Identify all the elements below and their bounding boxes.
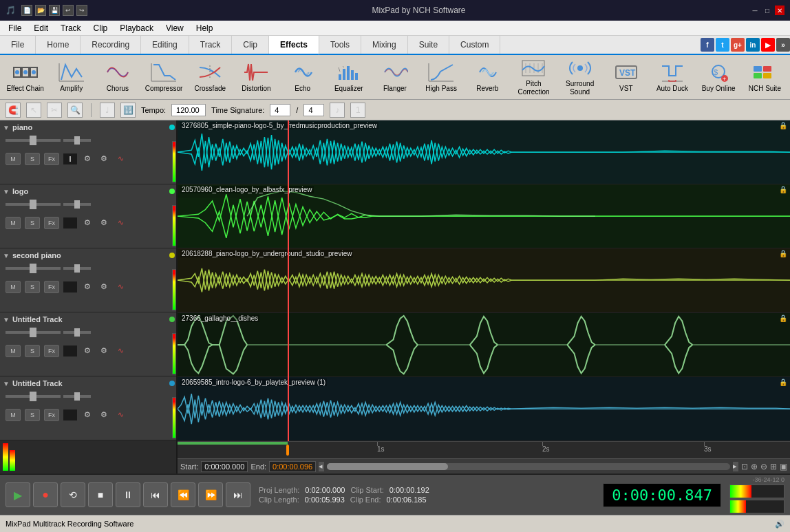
counter-icon[interactable]: 🔢 <box>120 103 136 118</box>
track-pan-untitled-2[interactable] <box>63 395 91 398</box>
new-icon[interactable]: 📄 <box>21 5 32 16</box>
track-volume-logo[interactable] <box>6 203 61 206</box>
save-icon[interactable]: 💾 <box>49 5 60 16</box>
more-icon[interactable]: » <box>776 38 790 52</box>
track-solo-untitled-2[interactable]: S <box>25 409 40 421</box>
tab-track[interactable]: Track <box>189 36 233 54</box>
track-fx-untitled-2[interactable]: Fx <box>44 409 59 421</box>
track-chevron-logo[interactable]: ▼ <box>3 188 10 195</box>
track-instruments-piano[interactable]: ⚙ <box>81 153 94 165</box>
tab-mixing[interactable]: Mixing <box>361 36 408 54</box>
scroll-thumb[interactable] <box>327 463 730 470</box>
cursor-icon[interactable]: ↖ <box>26 103 41 118</box>
scroll-start-value[interactable]: 0:00:00.000 <box>201 461 248 472</box>
waveform-second-piano[interactable]: 20618288_piano-logo_by_underground_studi… <box>178 248 790 312</box>
zoom-fit-icon[interactable]: ⊡ <box>741 462 748 471</box>
scroll-thumb-handle[interactable] <box>327 463 448 470</box>
scroll-left-btn[interactable]: ◂ <box>319 462 324 471</box>
metronome-icon[interactable]: ♩ <box>100 103 115 118</box>
undo-icon[interactable]: ↩ <box>63 5 74 16</box>
track-pan-knob-logo[interactable] <box>63 217 77 228</box>
track-fx-piano[interactable]: Fx <box>44 153 59 165</box>
equalizer-button[interactable]: Equalizer <box>326 57 371 97</box>
zoom-in-icon[interactable]: ⊕ <box>751 462 758 471</box>
loop-button[interactable]: ⟲ <box>61 482 85 507</box>
track-volume-second-piano[interactable] <box>6 267 61 270</box>
track-chevron-piano[interactable]: ▼ <box>3 124 10 131</box>
menu-track[interactable]: Track <box>55 21 87 36</box>
tempo-value[interactable]: 120.00 <box>171 104 206 116</box>
track-settings-piano[interactable]: ⚙ <box>98 153 110 165</box>
track-mute-untitled-2[interactable]: M <box>6 409 21 421</box>
count-in-icon[interactable]: 1 <box>350 103 365 118</box>
play-button[interactable]: ▶ <box>6 482 30 507</box>
compressor-button[interactable]: Compressor <box>142 57 186 97</box>
maximize-button[interactable]: □ <box>762 6 772 15</box>
menu-clip[interactable]: Clip <box>88 21 114 36</box>
track-waveform-btn-piano[interactable]: ∿ <box>114 153 127 165</box>
track-pan-knob-piano[interactable] <box>63 153 77 164</box>
tab-custom[interactable]: Custom <box>449 36 500 54</box>
midi-icon[interactable]: ♪ <box>330 103 345 118</box>
track-mute-logo[interactable]: M <box>6 217 21 229</box>
redo-icon[interactable]: ↪ <box>76 5 87 16</box>
flanger-button[interactable]: Flanger <box>372 57 417 97</box>
track-mute-piano[interactable]: M <box>6 153 21 165</box>
vst-button[interactable]: VST VST <box>604 57 648 97</box>
clip-lock-untitled-2[interactable]: 🔒 <box>779 379 787 386</box>
track-waveform-btn-untitled-1[interactable]: ∿ <box>114 345 127 357</box>
tab-tools[interactable]: Tools <box>319 36 361 54</box>
track-waveform-btn-logo[interactable]: ∿ <box>114 217 127 229</box>
waveform-logo[interactable]: 20570960_clean-logo_by_albasfx_preview 🔒 <box>178 184 790 248</box>
track-pan-knob-untitled-1[interactable] <box>63 345 77 357</box>
clip-lock-untitled-1[interactable]: 🔒 <box>779 315 787 322</box>
menu-playback[interactable]: Playback <box>114 21 159 36</box>
track-chevron-untitled-2[interactable]: ▼ <box>3 380 10 387</box>
waveform-untitled-1[interactable]: 27366_gallagho__dishes 🔒 <box>178 313 790 377</box>
tab-suite[interactable]: Suite <box>408 36 449 54</box>
track-chevron-second-piano[interactable]: ▼ <box>3 252 10 259</box>
track-solo-second-piano[interactable]: S <box>25 281 40 293</box>
scroll-end-value[interactable]: 0:00:00.096 <box>269 461 316 472</box>
rewind-button[interactable]: ⏪ <box>171 482 195 507</box>
track-fx-untitled-1[interactable]: Fx <box>44 345 59 357</box>
reverb-button[interactable]: Reverb <box>465 57 510 97</box>
stop-button[interactable]: ■ <box>88 482 113 507</box>
pause-button[interactable]: ⏸ <box>116 482 140 507</box>
track-pan-logo[interactable] <box>63 203 91 206</box>
track-settings-second-piano[interactable]: ⚙ <box>98 281 110 293</box>
nch-suite-button[interactable]: NCH Suite <box>743 57 787 97</box>
track-solo-logo[interactable]: S <box>25 217 40 229</box>
open-icon[interactable]: 📂 <box>35 5 46 16</box>
surround-sound-button[interactable]: Surround Sound <box>557 57 602 97</box>
track-solo-piano[interactable]: S <box>25 153 40 165</box>
waveform-untitled-2[interactable]: 20659585_intro-logo-6_by_playtek_preview… <box>178 377 790 441</box>
menu-help[interactable]: Help <box>191 21 219 36</box>
track-settings-untitled-2[interactable]: ⚙ <box>98 409 110 421</box>
track-volume-untitled-2[interactable] <box>6 395 61 398</box>
track-waveform-btn-untitled-2[interactable]: ∿ <box>114 409 127 421</box>
track-mute-second-piano[interactable]: M <box>6 281 21 293</box>
next-button[interactable]: ⏭ <box>226 482 250 507</box>
waveform-piano[interactable]: 3276805_simple-piano-logo-5_by_fredmusic… <box>178 120 790 184</box>
timeline-ruler[interactable]: 1s 2s 3s <box>178 441 790 458</box>
fast-forward-button[interactable]: ⏩ <box>198 482 223 507</box>
echo-button[interactable]: Echo <box>280 57 325 97</box>
tab-recording[interactable]: Recording <box>81 36 141 54</box>
linkedin-icon[interactable]: in <box>746 38 760 52</box>
tab-file[interactable]: File <box>0 36 36 54</box>
track-pan-piano[interactable] <box>63 139 91 142</box>
crossfade-button[interactable]: Crossfade <box>188 57 233 97</box>
clip-lock-second-piano[interactable]: 🔒 <box>779 250 787 257</box>
twitter-icon[interactable]: t <box>716 38 729 52</box>
youtube-icon[interactable]: ▶ <box>761 38 775 52</box>
tab-effects[interactable]: Effects <box>269 36 319 55</box>
track-instruments-logo[interactable]: ⚙ <box>81 217 94 229</box>
clip-lock-piano[interactable]: 🔒 <box>779 122 787 129</box>
pitch-correction-button[interactable]: Pitch Correction <box>511 57 556 97</box>
close-button[interactable]: ✕ <box>775 6 784 15</box>
menu-file[interactable]: File <box>3 21 27 36</box>
google-icon[interactable]: g+ <box>731 38 745 52</box>
tab-home[interactable]: Home <box>36 36 81 54</box>
snap-icon[interactable]: 🧲 <box>6 103 21 118</box>
